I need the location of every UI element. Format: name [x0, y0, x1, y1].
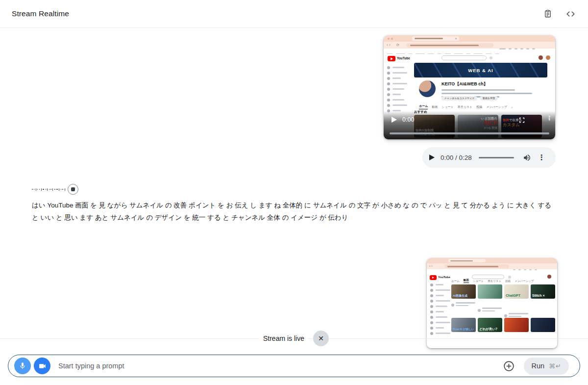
- microphone-button[interactable]: [14, 358, 31, 374]
- fullscreen-icon[interactable]: [519, 116, 525, 125]
- bookmarks-bar-2: [429, 270, 555, 274]
- browser-navbar-2: ‹ ›: [427, 263, 557, 269]
- browser-tab: ✕: [412, 36, 459, 41]
- stream-live-label: Stream is live: [259, 334, 308, 342]
- address-bar-2: [444, 264, 509, 268]
- add-attachment-button[interactable]: [503, 360, 515, 372]
- tab2-playlists: 再生リスト: [488, 280, 501, 283]
- stream-status-row: Stream is live ✕: [0, 331, 588, 346]
- browser-titlebar: ✕: [384, 35, 555, 42]
- video-progress-bar[interactable]: [390, 132, 549, 134]
- grid-thumb-7: [504, 318, 529, 332]
- tab2-membership: メンバーシップ: [514, 280, 534, 283]
- screen-share-video-1[interactable]: ✕ ‹ › ⟳ YouTube WEB &: [384, 35, 555, 139]
- camera-button[interactable]: [34, 358, 50, 374]
- tab2-shorts: ショート: [473, 280, 484, 283]
- grid-thumb-2: [478, 284, 502, 299]
- stream-realtime-app: Stream Realtime ✕ ‹ › ⟳: [0, 0, 588, 385]
- prompt-input[interactable]: [57, 361, 503, 370]
- channel-nav-tabs-2: ホーム 動画 ショート 再生リスト 投稿 メンバーシップ: [451, 279, 555, 283]
- notes-clipboard-icon[interactable]: [543, 9, 553, 19]
- video-time: 0:00: [402, 116, 414, 123]
- play-icon[interactable]: [392, 117, 397, 123]
- tab2-videos: 動画: [464, 279, 469, 283]
- code-icon[interactable]: [565, 9, 575, 19]
- grid-thumb-6: どれが良い?: [478, 318, 502, 332]
- audio-more-icon[interactable]: ⋮: [538, 153, 545, 162]
- prompt-bar: Run ⌘↵: [8, 355, 580, 377]
- player-more-icon[interactable]: ⋮: [546, 115, 552, 122]
- grid-thumb-3: ChatGPT: [504, 284, 529, 299]
- tab-posts: 投稿: [476, 105, 482, 109]
- stop-icon: [71, 187, 75, 191]
- browser-tab-2: [448, 259, 486, 262]
- search-bar: [441, 55, 487, 60]
- customize-channel-button: チャンネルをカスタマイズ: [441, 96, 477, 101]
- assistant-response-text: はい YouTube 画面 を 見 ながら サムネイル の 改善 ポイント を …: [32, 199, 557, 224]
- tab2-home: ホーム: [451, 280, 460, 283]
- tab-home: ホーム: [419, 104, 428, 109]
- youtube-wordmark-2: YouTube: [438, 276, 450, 279]
- run-button[interactable]: Run ⌘↵: [524, 358, 569, 375]
- banner-text: WEB & AI: [468, 68, 493, 73]
- audio-time: 0:00 / 0:28: [441, 154, 472, 161]
- manage-videos-button: 動画を管理: [480, 96, 498, 101]
- channel-name: KEITO【AI&WEB ch】: [441, 81, 488, 87]
- audio-waveform: [32, 186, 66, 193]
- bookmarks-bar: [387, 50, 553, 53]
- video-player-overlay: 0:00 ⋮: [384, 111, 555, 139]
- browser-titlebar-2: [427, 258, 557, 263]
- volume-icon[interactable]: [523, 154, 531, 162]
- tab-videos: 動画: [432, 105, 438, 109]
- tab-membership: メンバーシップ: [486, 105, 507, 109]
- grid-thumb-4: Stitch ×: [531, 284, 555, 299]
- channel-banner: WEB & AI: [414, 63, 547, 77]
- grid-thumb-5: Flow AI が楽しい: [451, 318, 476, 332]
- youtube-wordmark: YouTube: [397, 56, 410, 60]
- grid-thumb-8: [531, 318, 555, 332]
- youtube-logo-2: [430, 275, 437, 280]
- run-label: Run: [531, 362, 544, 370]
- browser-navbar: ‹ › ⟳: [384, 42, 555, 49]
- youtube-logo: [388, 56, 395, 61]
- tab-shorts: ショート: [441, 105, 453, 109]
- tab-playlists: 再生リスト: [458, 105, 472, 109]
- tab2-posts: 投稿: [505, 280, 511, 283]
- audio-player: 0:00 / 0:28 ⋮: [422, 147, 556, 168]
- app-header: Stream Realtime: [0, 0, 588, 28]
- close-stream-button[interactable]: ✕: [313, 331, 329, 346]
- grid-thumb-1: AI画像生成: [451, 284, 476, 299]
- channel-nav-tabs: ホーム 動画 ショート 再生リスト 投稿 メンバーシップ ⌕: [419, 104, 551, 109]
- channel-avatar: [419, 80, 436, 97]
- address-bar: [406, 43, 493, 48]
- stop-audio-button[interactable]: [68, 184, 78, 195]
- run-shortcut: ⌘↵: [549, 362, 562, 370]
- audio-play-icon[interactable]: [429, 154, 435, 160]
- audio-progress-bar[interactable]: [479, 157, 514, 158]
- page-title: Stream Realtime: [12, 9, 69, 18]
